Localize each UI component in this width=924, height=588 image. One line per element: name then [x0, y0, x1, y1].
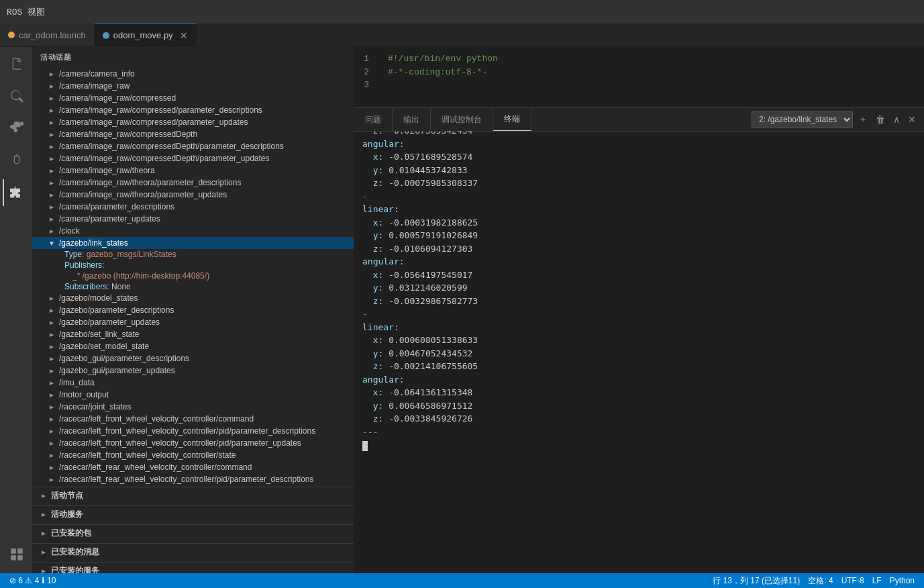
bottom-label-installed-services: 已安装的服务 [51, 565, 99, 573]
tree-arrow-image_raw_theora: ► [48, 167, 56, 175]
tree-item-joint_states[interactable]: ►/racecar/joint_states [32, 401, 354, 413]
terminal-content[interactable]: x: -0.000257816066039 y: -0.000553304598… [354, 132, 924, 456]
tree-item-camera_param_desc[interactable]: ►/camera/parameter_descriptions [32, 201, 354, 213]
tree-item-motor_output[interactable]: ►/motor_output [32, 389, 354, 401]
tree-item-gazebo_param_desc[interactable]: ►/gazebo/parameter_descriptions [32, 304, 354, 316]
tree-item-lr_more[interactable]: ►/racecar/left_rear_wheel_velocity_contr… [32, 473, 354, 485]
tab-launch[interactable]: car_odom.launch [0, 23, 95, 46]
tree-item-camera_param_upd[interactable]: ►/camera/parameter_updates [32, 213, 354, 225]
terminal-line: angular: [362, 255, 916, 268]
tree-arrow-gazebo_set_model: ► [48, 343, 56, 350]
tree-arrow-image_raw_compressedDepth_param_upd: ► [48, 155, 56, 162]
sidebar-content[interactable]: ►/camera/camera_info►/camera/image_raw►/… [32, 68, 354, 573]
tab-problems[interactable]: 问题 [354, 108, 393, 131]
tree-label-camera_param_upd: /camera/parameter_updates [59, 214, 160, 224]
tree-item-image_raw_theora[interactable]: ►/camera/image_raw/theora [32, 164, 354, 177]
tree-arrow-image_raw_compressed_depth: ► [48, 131, 56, 138]
bottom-section-active-services[interactable]: ►活动服务 [32, 505, 354, 523]
tree-item-image_raw_compressed_param_desc[interactable]: ►/camera/image_raw/compressed/parameter_… [32, 104, 354, 116]
tree-item-lf_pid_param_desc[interactable]: ►/racecar/left_front_wheel_velocity_cont… [32, 425, 354, 437]
status-language[interactable]: Python [886, 576, 919, 585]
tree-item-gazebo_set_model[interactable]: ►/gazebo/set_model_state [32, 340, 354, 352]
tree-label-gazebo_gui_param_upd: /gazebo_gui/parameter_updates [59, 366, 175, 375]
terminal-delete-button[interactable]: 🗑 [873, 113, 888, 126]
tree-item-lr_command[interactable]: ►/racecar/left_rear_wheel_velocity_contr… [32, 461, 354, 473]
activity-extensions-icon[interactable] [3, 179, 30, 206]
tab-output[interactable]: 输出 [393, 108, 431, 131]
tree-arrow-lf_pid_param_desc: ► [48, 428, 56, 435]
tree-item-lf_state[interactable]: ►/racecar/left_front_wheel_velocity_cont… [32, 449, 354, 461]
tree-arrow-gazebo_gui_param_upd: ► [48, 367, 56, 375]
terminal-line: - [362, 307, 916, 321]
bottom-section-installed-messages[interactable]: ►已安装的消息 [32, 543, 354, 560]
tree-label-gazebo_set_model: /gazebo/set_model_state [59, 342, 149, 351]
tree-item-image_raw_compressed_param_upd[interactable]: ►/camera/image_raw/compressed/parameter_… [32, 116, 354, 128]
bottom-section-installed-packages[interactable]: ►已安装的包 [32, 524, 354, 542]
tree-item-lf_command[interactable]: ►/racecar/left_front_wheel_velocity_cont… [32, 413, 354, 425]
tree-item-camera_info[interactable]: ►/camera/camera_info [32, 68, 354, 80]
activity-git-icon[interactable] [3, 115, 30, 142]
status-errors-label: ⊘ 6 ⚠ 4 ℹ 10 [9, 576, 56, 585]
tree-arrow-joint_states: ► [48, 403, 56, 411]
line-number-3: 3 [354, 79, 377, 92]
editor-area: 1 2 3 #!/usr/bin/env python #-*-coding:u… [354, 47, 924, 573]
tree-item-image_raw_compressed[interactable]: ►/camera/image_raw/compressed [32, 92, 354, 104]
terminal-line: linear: [362, 203, 916, 216]
tree-arrow-image_raw: ► [48, 83, 56, 90]
tree-arrow-motor_output: ► [48, 391, 56, 399]
sidebar-section-header: 活动话题 [32, 47, 354, 68]
tree-item-gazebo_param_upd[interactable]: ►/gazebo/parameter_updates [32, 316, 354, 328]
tree-item-image_raw_compressed_depth[interactable]: ►/camera/image_raw/compressedDepth [32, 128, 354, 140]
tree-label-joint_states: /racecar/joint_states [59, 402, 131, 411]
bottom-section-active-nodes[interactable]: ►活动节点 [32, 487, 354, 504]
tab-debug[interactable]: 调试控制台 [431, 108, 493, 131]
tab-python[interactable]: odom_move.py ✕ [95, 23, 197, 46]
status-right: 行 13，列 17 (已选择11) 空格: 4 UTF-8 LF Python [709, 575, 919, 587]
tree-item-gazebo_set_link[interactable]: ►/gazebo/set_link_state [32, 328, 354, 340]
tree-item-gazebo_gui_param_upd[interactable]: ►/gazebo_gui/parameter_updates [32, 364, 354, 377]
close-tab-icon[interactable]: ✕ [180, 30, 188, 41]
activity-files-icon[interactable] [3, 50, 30, 77]
tab-terminal[interactable]: 终端 [493, 108, 531, 131]
bottom-arrow-installed-messages: ► [40, 548, 48, 556]
tree-arrow-camera_info: ► [48, 70, 56, 78]
terminal-add-button[interactable]: ＋ [856, 112, 870, 127]
tree-arrow-gazebo_param_desc: ► [48, 307, 56, 314]
activity-search-icon[interactable] [3, 83, 30, 109]
tree-label-lf_command: /racecar/left_front_wheel_velocity_contr… [59, 414, 254, 424]
tree-item-imu_data[interactable]: ►/imu_data [32, 377, 354, 389]
status-errors[interactable]: ⊘ 6 ⚠ 4 ℹ 10 [5, 576, 60, 585]
tree-item-clock[interactable]: ►/clock [32, 225, 354, 237]
activity-grid-icon[interactable] [3, 541, 30, 568]
tree-item-image_raw_theora_param_desc[interactable]: ►/camera/image_raw/theora/parameter_desc… [32, 177, 354, 189]
terminal-session-dropdown[interactable]: 2: /gazebo/link_states [752, 111, 853, 128]
activity-debug-icon[interactable] [3, 147, 30, 174]
tree-item-image_raw_compressedDepth_param_desc[interactable]: ►/camera/image_raw/compressedDepth/param… [32, 140, 354, 152]
tree-item-image_raw_compressedDepth_param_upd[interactable]: ►/camera/image_raw/compressedDepth/param… [32, 152, 354, 164]
tree-detail-item: Type: gazebo_msgs/LinkStates [32, 249, 354, 260]
bottom-section-installed-services[interactable]: ►已安装的服务 [32, 562, 354, 573]
tree-arrow-lr_more: ► [48, 476, 56, 483]
tree-item-image_raw[interactable]: ►/camera/image_raw [32, 80, 354, 92]
tree-item-lf_pid_param_upd[interactable]: ►/racecar/left_front_wheel_velocity_cont… [32, 437, 354, 449]
status-encoding[interactable]: UTF-8 [837, 576, 868, 585]
terminal-line: z: -0.0287589342434 [362, 132, 916, 138]
code-area[interactable]: #!/usr/bin/env python #-*-coding:utf-8-*… [388, 52, 924, 102]
tree-item-gazebo_gui_param_desc[interactable]: ►/gazebo_gui/parameter_descriptions [32, 352, 354, 364]
tree-label-motor_output: /motor_output [59, 390, 109, 399]
terminal-maximize-button[interactable]: ∧ [890, 113, 903, 126]
terminal-line: linear: [362, 321, 916, 334]
terminal-line: z: -0.0106094127303 [362, 242, 916, 256]
tree-arrow-gazebo_param_upd: ► [48, 319, 56, 326]
bottom-arrow-installed-services: ► [40, 567, 48, 573]
terminal-close-button[interactable]: ✕ [905, 113, 919, 126]
tree-item-gazebo_link_states[interactable]: ▼/gazebo/link_states [32, 237, 354, 249]
tree-item-gazebo_model_states[interactable]: ►/gazebo/model_states [32, 292, 354, 304]
status-spaces-label: 空格: 4 [808, 575, 833, 587]
tree-item-image_raw_theora_param_upd[interactable]: ►/camera/image_raw/theora/parameter_upda… [32, 189, 354, 201]
status-line-col[interactable]: 行 13，列 17 (已选择11) [709, 575, 804, 587]
status-spaces[interactable]: 空格: 4 [804, 575, 837, 587]
status-line-ending[interactable]: LF [868, 576, 886, 585]
tab-problems-label: 问题 [365, 114, 381, 126]
tree-arrow-gazebo_gui_param_desc: ► [48, 355, 56, 362]
